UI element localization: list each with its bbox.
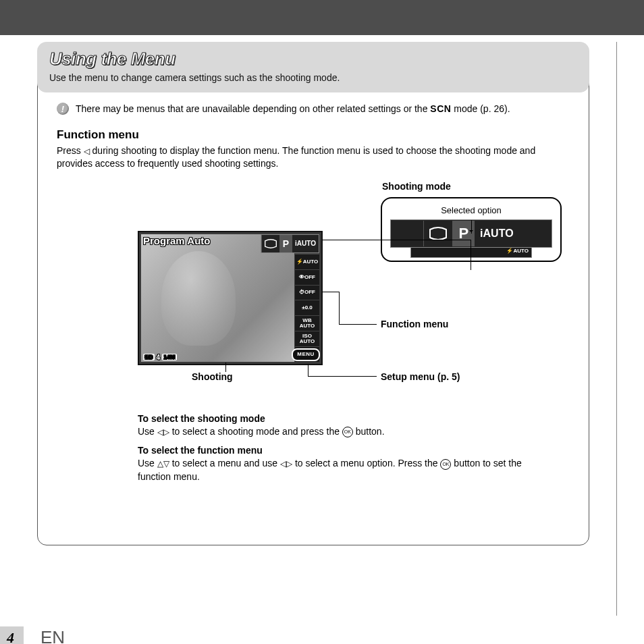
- instr-heading-2: To select the function menu: [138, 445, 263, 456]
- function-menu-leader-label: Function menu: [381, 319, 448, 329]
- t: Use: [138, 458, 157, 468]
- function-menu-heading: Function menu: [57, 128, 570, 142]
- function-menu-column: ⚡AUTO 👁OFF ⏱OFF ±0.0 WB AUTO ISO AUTO ▭: [295, 254, 319, 362]
- side-item: ▭: [295, 346, 319, 362]
- up-down-arrow-icon: △▽: [157, 458, 169, 470]
- diagram: Shooting mode Selected option P iAUTO ⚡A…: [138, 184, 570, 400]
- page-number: 4: [0, 626, 24, 644]
- ok-button-icon: OK: [440, 459, 451, 470]
- t: to select a shooting mode and press the: [169, 426, 342, 437]
- t: Use: [138, 426, 157, 437]
- leader-line: [339, 324, 377, 325]
- side-item: ±0.0: [295, 300, 319, 315]
- page-subtitle: Use the menu to change camera settings s…: [49, 72, 577, 83]
- ok-button-icon: OK: [342, 427, 353, 437]
- leader-line: [322, 240, 471, 240]
- top-bar: [0, 0, 644, 35]
- note-text: There may be menus that are unavailable …: [76, 103, 510, 114]
- warning-icon: !: [57, 103, 69, 115]
- scn-mode-label: SCN: [430, 103, 451, 114]
- note-text-before: There may be menus that are unavailable …: [76, 103, 430, 114]
- mode-strip-zoom: P iAUTO: [390, 219, 552, 248]
- para-after: during shooting to display the function …: [57, 145, 535, 169]
- side-item: WB AUTO: [295, 315, 319, 331]
- panorama-icon-small: [261, 235, 279, 252]
- section-header: Using the Menu Use the menu to change ca…: [37, 42, 589, 92]
- shooting-mode-label: Shooting mode: [382, 181, 451, 192]
- side-item: ISO AUTO: [295, 331, 319, 346]
- shots-remaining: 4: [157, 354, 161, 361]
- para-before: Press: [57, 145, 84, 156]
- mode-iauto-zoom: iAUTO: [474, 221, 518, 246]
- content-frame: ! There may be menus that are unavailabl…: [37, 65, 589, 545]
- mode-p: P: [279, 235, 292, 252]
- t: to select a menu and use: [169, 458, 280, 468]
- instr-heading-1: To select the shooting mode: [138, 413, 265, 424]
- selected-pointer-line: [471, 220, 472, 234]
- selected-option-label: Selected option: [390, 205, 552, 215]
- leader-line: [225, 363, 226, 372]
- t: to select a menu option. Press the: [292, 458, 440, 468]
- note-callout: ! There may be menus that are unavailabl…: [57, 103, 570, 115]
- setup-menu-label: Setup menu (p. 5): [381, 371, 460, 382]
- leader-line: [471, 240, 471, 270]
- instr-para-1: Use ◁▷ to select a shooting mode and pre…: [138, 425, 556, 439]
- resolution-badge: 14M: [162, 354, 177, 360]
- note-text-after: mode (p. 26).: [451, 103, 510, 114]
- sd-icon: SD: [143, 354, 155, 360]
- shooting-label: Shooting: [192, 371, 233, 382]
- callout-sub-strip: ⚡AUTO: [410, 248, 532, 258]
- leader-line: [339, 292, 340, 324]
- side-item: ⏱OFF: [295, 285, 319, 300]
- lcd-mode-title: Program Auto: [143, 235, 210, 246]
- mode-iauto: iAUTO: [292, 235, 319, 252]
- lcd-photo-area: [141, 234, 294, 362]
- leader-line: [308, 364, 308, 376]
- camera-lcd: Program Auto P iAUTO ⚡AUTO 👁OFF ⏱OFF ±0.…: [138, 231, 323, 365]
- menu-button-indicator: MENU: [292, 348, 320, 361]
- left-right-arrow-icon: ◁▷: [280, 458, 292, 470]
- left-arrow-icon: ◁: [84, 146, 90, 157]
- t: button to set the function menu.: [138, 458, 522, 482]
- panorama-icon: [423, 221, 452, 246]
- leader-line: [322, 292, 339, 292]
- leader-line: [308, 376, 377, 377]
- left-right-arrow-icon: ◁▷: [157, 427, 169, 438]
- page-footer: 4 EN: [0, 622, 644, 644]
- mode-row: P iAUTO: [261, 234, 319, 253]
- side-item: ⚡AUTO: [295, 254, 319, 269]
- function-menu-paragraph: Press ◁ during shooting to display the f…: [57, 144, 570, 170]
- page-title: Using the Menu: [49, 49, 577, 70]
- page-body: Using the Menu Use the menu to change ca…: [0, 42, 617, 616]
- t: button.: [353, 426, 385, 437]
- language-code: EN: [41, 627, 65, 644]
- instructions-block: To select the shooting mode Use ◁▷ to se…: [138, 413, 556, 484]
- side-item: 👁OFF: [295, 269, 319, 285]
- instr-para-2: Use △▽ to select a menu and use ◁▷ to se…: [138, 457, 556, 483]
- shooting-mode-callout: Shooting mode Selected option P iAUTO ⚡A…: [381, 197, 562, 262]
- lcd-footer: SD 4 14M: [143, 354, 177, 361]
- mode-p-zoom: P: [452, 221, 474, 246]
